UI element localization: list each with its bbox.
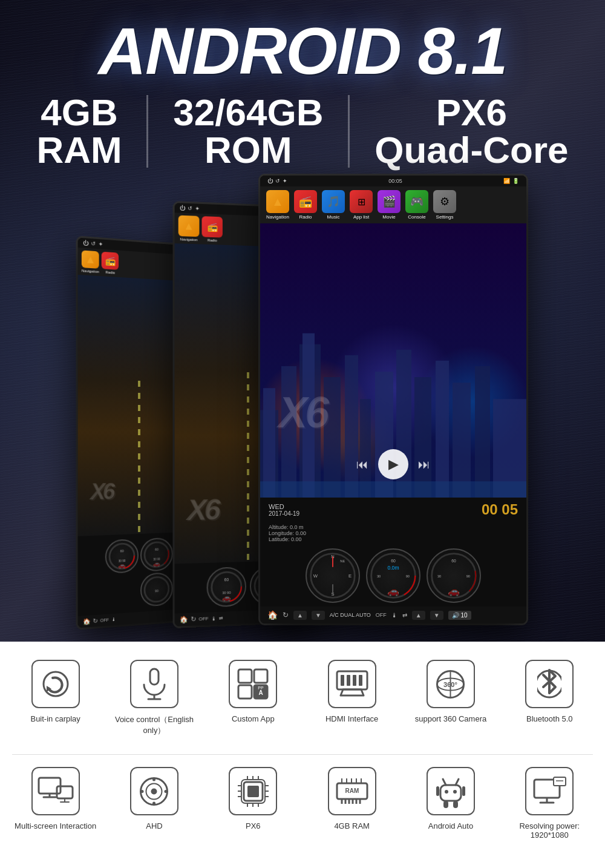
- svg-rect-59: [254, 669, 267, 683]
- nav-item-navigation-small[interactable]: ▲ Navigation: [82, 250, 99, 274]
- nav-item-navigation-lg[interactable]: ▲ Navigation: [266, 190, 289, 220]
- console-label-lg: Console: [408, 214, 425, 220]
- console-icon-lg: 🎮: [405, 190, 428, 213]
- svg-rect-65: [341, 675, 344, 686]
- svg-rect-33: [260, 481, 526, 498]
- multiscreen-label: Multi-screen Interaction: [15, 821, 96, 830]
- nav-item-music-lg[interactable]: 🎵 Music: [322, 190, 345, 220]
- movie-icon-lg: 🎬: [378, 190, 401, 213]
- settings-icon-lg: ⚙: [433, 190, 456, 213]
- svg-text:0.0m: 0.0m: [387, 565, 399, 571]
- features-grid-row1: Buit-in carplay Voice control（English on…: [12, 660, 593, 736]
- movie-label-lg: Movie: [382, 214, 395, 220]
- svg-rect-123: [453, 801, 458, 808]
- volume-display: 🔊 10: [448, 611, 471, 620]
- ac-icon-lg: 🌡: [391, 612, 397, 619]
- screen-large-status-right: 📶 🔋: [503, 178, 519, 184]
- fan-up-btn[interactable]: ▲: [293, 611, 307, 620]
- svg-rect-68: [359, 675, 362, 686]
- back-icon-small[interactable]: ↻: [93, 617, 97, 625]
- gauge-compass: N E S W NE: [306, 548, 360, 603]
- multiscreen-icon: [38, 777, 74, 806]
- svg-rect-60: [238, 685, 252, 699]
- svg-text:90: 90: [155, 589, 159, 593]
- back-icon-lg[interactable]: ↻: [283, 611, 289, 619]
- radio-icon-small: 📻: [102, 252, 119, 270]
- feature-android-auto: Android Auto: [408, 767, 493, 830]
- svg-text:90: 90: [466, 574, 470, 578]
- carplay-label: Buit-in carplay: [30, 714, 80, 723]
- temp-up-btn[interactable]: ▲: [412, 611, 425, 620]
- play-controls-lg: ⏮ ▶ ⏭: [356, 449, 430, 479]
- carplay-icon-box: [31, 660, 80, 708]
- brightness-icon: ✦: [99, 241, 103, 248]
- bluetooth-icon-box: [525, 660, 574, 708]
- play-button[interactable]: ▶: [378, 449, 408, 479]
- ahd-label: AHD: [146, 821, 162, 830]
- dashboard-large: N E S W NE: [260, 545, 526, 607]
- nav-item-radio-small[interactable]: 📻 Radio: [102, 252, 119, 275]
- nav-item-radio-med[interactable]: 📻 Radio: [202, 216, 223, 243]
- resolution-icon: [532, 776, 567, 806]
- screen-medium-status-icons: ⏻ ↺ ✦: [180, 205, 200, 211]
- ac-icon-med: 🌡: [211, 616, 217, 622]
- next-button[interactable]: ⏭: [418, 458, 430, 472]
- gauge-small-1: 60 30 90 🚗: [105, 539, 138, 574]
- home-icon-med[interactable]: 🏠: [180, 616, 188, 624]
- radio-icon-med: 📻: [202, 216, 223, 237]
- 360-icon: 360°: [434, 668, 467, 701]
- brightness-icon-lg: ✦: [283, 178, 287, 184]
- svg-point-85: [141, 790, 144, 793]
- x6-logo-small: X6: [90, 479, 113, 505]
- spec-ram-sub: RAM: [36, 131, 122, 169]
- features-grid-row2: Multi-screen Interaction AHD: [12, 767, 593, 840]
- svg-rect-120: [436, 786, 439, 796]
- nav-label-lg-nav: Navigation: [266, 214, 289, 220]
- home-icon-lg[interactable]: 🏠: [267, 610, 278, 620]
- ac-climate-text: A/C DUAL AUTO: [330, 612, 371, 618]
- nav-item-movie-lg[interactable]: 🎬 Movie: [378, 190, 401, 220]
- nav-item-settings-lg[interactable]: ⚙ Settings: [433, 190, 456, 220]
- feature-360-camera: 360° support 360 Camera: [408, 660, 493, 723]
- svg-rect-101: [247, 786, 259, 797]
- hdmi-label: HDMI Interface: [325, 714, 378, 723]
- nav-item-apps-lg[interactable]: ⊞ App list: [350, 190, 373, 220]
- nav-icon-lg-nav: ▲: [266, 190, 289, 213]
- prev-button[interactable]: ⏮: [356, 458, 368, 472]
- svg-text:RAM: RAM: [345, 787, 359, 794]
- spec-rom-sub: ROM: [173, 131, 323, 169]
- off-btn-lg[interactable]: OFF: [376, 612, 387, 618]
- nav-item-console-lg[interactable]: 🎮 Console: [405, 190, 428, 220]
- back-icon-med[interactable]: ↻: [191, 615, 196, 623]
- radio-label-lg: Radio: [299, 214, 312, 220]
- svg-rect-122: [443, 801, 448, 808]
- feature-bluetooth: Bluetooth 5.0: [507, 660, 592, 723]
- svg-text:60: 60: [120, 549, 123, 553]
- home-icon-small[interactable]: 🏠: [83, 618, 90, 625]
- bluetooth-icon: [537, 668, 561, 701]
- fan-down-btn[interactable]: ▼: [312, 611, 325, 620]
- nav-item-radio-lg[interactable]: 📻 Radio: [294, 190, 317, 220]
- nav-label-med: Navigation: [180, 237, 198, 242]
- gauge-small-2: 60 30 90 🚗: [140, 538, 172, 572]
- spec-rom-main: 32/64GB: [173, 94, 323, 131]
- svg-text:60: 60: [391, 559, 396, 563]
- brightness-icon-med: ✦: [195, 206, 200, 212]
- custom-app-icon-box: A PP: [229, 660, 277, 708]
- custom-app-icon: A PP: [237, 668, 269, 700]
- wifi-icon: 📶: [503, 178, 510, 184]
- ram-icon-box: RAM: [328, 767, 376, 815]
- svg-text:W: W: [313, 573, 318, 579]
- specs-row: 4GB RAM 32/64GB ROM PX6 Quad-Core: [0, 94, 605, 169]
- car-icon-lg-2: 🚗: [448, 585, 460, 597]
- music-label-lg: Music: [327, 214, 340, 220]
- off-label-small: OFF: [100, 618, 109, 623]
- nav-item-navigation-med[interactable]: ▲ Navigation: [178, 215, 200, 242]
- px6-icon: [237, 775, 270, 808]
- svg-line-118: [443, 779, 446, 785]
- temp-down-btn[interactable]: ▼: [430, 611, 443, 620]
- feature-ahd: AHD: [112, 767, 197, 830]
- off-label-med: OFF: [198, 616, 208, 622]
- svg-rect-31: [475, 366, 490, 498]
- road-lines-med: [247, 372, 249, 562]
